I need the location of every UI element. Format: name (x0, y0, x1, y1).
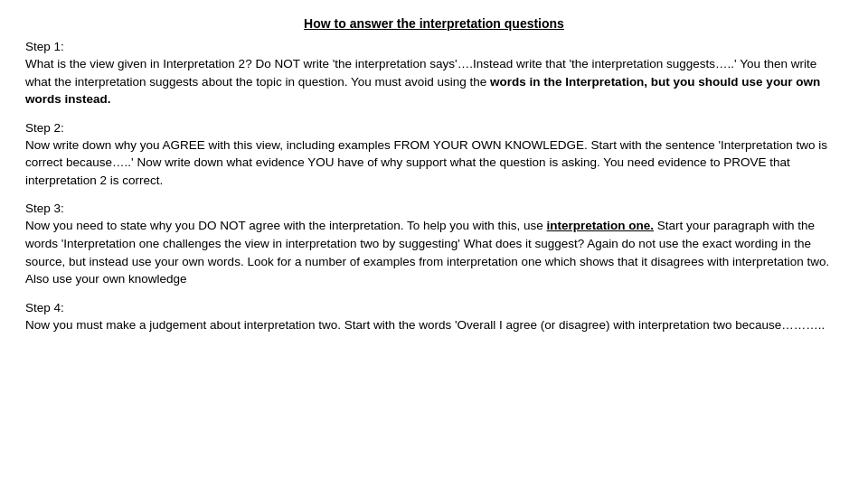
step3-body: Now you need to state why you DO NOT agr… (25, 217, 843, 287)
page-title: How to answer the interpretation questio… (25, 16, 843, 31)
step3-label: Step 3: (25, 202, 843, 215)
step2-label: Step 2: (25, 121, 843, 135)
step4-label: Step 4: (25, 301, 843, 314)
step4-body: Now you must make a judgement about inte… (25, 316, 843, 334)
step1-label: Step 1: (25, 40, 843, 53)
step1-body: What is the view given in Interpretation… (25, 55, 843, 108)
step2-body: Now write down why you AGREE with this v… (25, 136, 843, 190)
page: How to answer the interpretation questio… (0, 0, 868, 488)
